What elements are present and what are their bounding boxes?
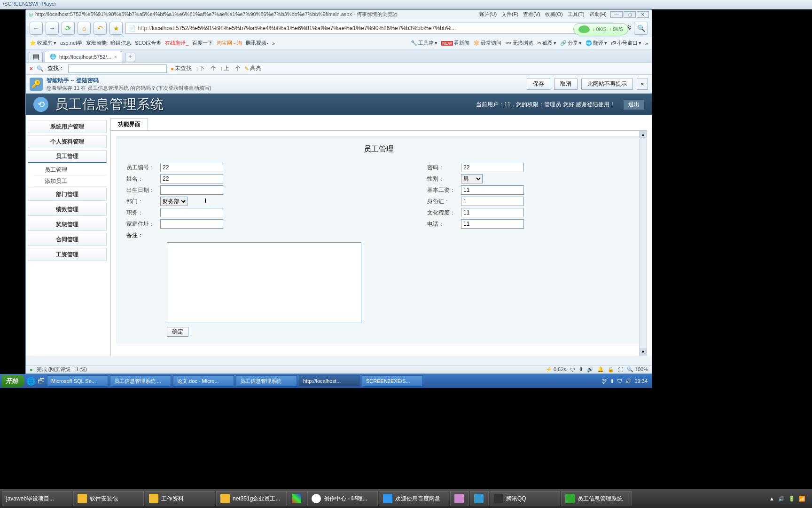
bookmark-item[interactable]: 淘宝网 - 淘 [217,40,242,47]
taskbar2-item[interactable]: 员工信息管理系统 [561,491,632,506]
taskbar-item[interactable]: 论文.doc - Micro... [173,375,234,387]
input-post[interactable] [160,208,223,217]
sidebar-item-contract[interactable]: 合同管理 [28,233,107,246]
input-addr[interactable] [160,219,223,229]
bookmark-item[interactable]: SEO综合查 [135,40,161,47]
input-salary[interactable] [461,185,524,195]
quicklaunch-icon[interactable]: 🗗 [38,377,45,385]
search-button[interactable]: 🔍 [634,22,648,35]
input-empno[interactable] [160,163,223,172]
tray-icon[interactable]: 🔊 [778,496,785,502]
taskbar2-item[interactable]: 工作资料 [145,491,215,506]
bookmark-item[interactable]: 暗组信息 [110,40,131,47]
status-icon[interactable]: 🔒 [608,366,614,373]
taskbar2-item[interactable]: net351g企业员工... [216,491,287,506]
news-button[interactable]: NEW看新闻 [441,40,469,47]
menu-help[interactable]: 帮助(H) [589,11,607,18]
taskbar2-item[interactable]: 欢迎使用百度网盘 [379,491,449,506]
pw-save-button[interactable]: 保存 [527,79,550,90]
incognito-button[interactable]: 👓无痕浏览 [505,40,533,47]
quicklaunch-icon[interactable]: 🌐 [26,377,36,386]
bookmark-item[interactable]: 在线翻译_ [165,40,188,47]
taskbar-item[interactable]: http://localhost... [299,375,360,387]
taskbar2-item[interactable]: 腾讯QQ [490,491,560,506]
input-birth[interactable] [160,185,223,195]
tray-icon[interactable]: 🕊 [602,378,607,384]
tab-list-button[interactable]: ▤ [29,52,43,62]
panel-scrollbar[interactable]: ▲▼ [639,131,647,356]
share-button[interactable]: 🔗分享 ▾ [560,40,582,47]
status-icon[interactable]: ⛶ [618,367,623,373]
minimize-button[interactable]: — [610,11,623,18]
find-input[interactable] [68,64,167,73]
find-next-button[interactable]: ↓ 下一个 [195,64,216,72]
input-remark[interactable] [167,242,361,323]
tray-icon[interactable]: 🔊 [625,378,632,384]
logout-button[interactable]: 退出 [624,100,644,110]
sidebar-sub-emp-manage[interactable]: 员工管理 [33,165,107,175]
find-prev-button[interactable]: ↑ 上一个 [220,64,241,72]
bookmark-folder[interactable]: ⭐ 收藏夹 ▾ [30,40,56,47]
select-dept[interactable]: 财务部 [160,197,187,206]
pw-never-button[interactable]: 此网站不再提示 [581,79,633,90]
taskbar2-item[interactable] [470,491,489,506]
taskbar2-item[interactable] [288,491,306,506]
bookmark-item[interactable]: 塞班智能 [86,40,107,47]
status-icon[interactable]: 🔊 [587,366,593,373]
taskbar2-item[interactable]: 软件安装包 [73,491,144,506]
status-icon[interactable]: ⬇ [579,366,583,373]
find-close-icon[interactable]: × [30,65,33,72]
menu-account[interactable]: 账户(U) [479,11,497,18]
sidebar-item-employee[interactable]: 员工管理 [28,150,107,163]
select-gender[interactable]: 男 [461,174,483,183]
pw-cancel-button[interactable]: 取消 [554,79,578,90]
taskbar-item[interactable]: Microsoft SQL Se... [47,375,108,387]
input-phone[interactable] [461,219,524,229]
fav-button[interactable]: ★ [109,22,123,35]
panel-tab[interactable]: 功能界面 [110,118,148,130]
new-tab-button[interactable]: + [125,53,135,62]
pw-close-button[interactable]: × [637,79,648,90]
input-edu[interactable] [461,208,524,217]
browser-tab[interactable]: 🌐 http://localhost:5752/... × [45,51,122,62]
tray-icon[interactable]: 🛡 [617,378,622,384]
input-pwd[interactable] [461,163,524,172]
menu-file[interactable]: 文件(F) [501,11,518,18]
taskbar-item[interactable]: 员工信息管理系统 ... [110,375,171,387]
taskbar-item[interactable]: SCREEN2EXE/S... [362,375,423,387]
toolbox-button[interactable]: 🔧工具箱 ▾ [411,40,437,47]
url-input[interactable]: 📄 http:// localhost:5752/%e5%91%98%e5%b7… [125,23,613,34]
taskbar2-item[interactable] [450,491,469,506]
close-button[interactable]: ✕ [637,11,649,18]
back-button[interactable]: ← [30,22,43,35]
sidebar-sub-emp-add[interactable]: 添加员工 [33,176,107,187]
tray-icon[interactable]: 🔋 [789,496,795,502]
find-highlight-button[interactable]: ✎ 高亮 [244,64,261,72]
translate-button[interactable]: 🌐翻译 ▾ [586,40,607,47]
sidebar-item-dept[interactable]: 部门管理 [28,188,107,201]
maximize-button[interactable]: ◻ [624,11,636,18]
tray-icon[interactable]: 📶 [799,496,805,502]
altwin-button[interactable]: 🗗小号窗口 ▾ [611,40,641,47]
freq-button[interactable]: 🔆最常访问 [473,40,501,47]
input-idcard[interactable] [461,197,524,206]
input-name[interactable] [160,174,223,183]
submit-button[interactable]: 确定 [167,327,188,337]
start-button[interactable]: 开始 [2,375,24,387]
taskbar2-item[interactable]: 创作中心 - 哔哩... [307,491,378,506]
sidebar-item-perf[interactable]: 绩效管理 [28,203,107,216]
menu-tool[interactable]: 工具(T) [568,11,585,18]
bookmark-item[interactable]: asp.net学 [60,40,82,47]
menu-fav[interactable]: 收藏(O) [545,11,563,18]
zoom-label[interactable]: 🔍 100% [627,366,648,373]
refresh-button[interactable]: ⟳ [62,22,75,35]
sidebar-item-sysuser[interactable]: 系统用户管理 [28,120,107,133]
menu-view[interactable]: 查看(V) [523,11,540,18]
sidebar-item-salary[interactable]: 工资管理 [28,248,107,261]
undo-button[interactable]: ↶ [94,22,107,35]
tab-close-icon[interactable]: × [114,54,117,60]
tray-icon[interactable]: ▲ [769,496,774,501]
home-button[interactable]: ⌂ [78,22,91,35]
sidebar-item-reward[interactable]: 奖惩管理 [28,218,107,231]
forward-button[interactable]: → [46,22,59,35]
